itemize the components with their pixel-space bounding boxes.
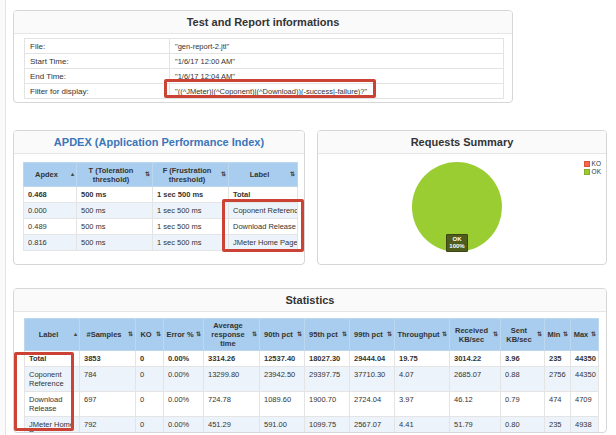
stats-column-header[interactable]: Min⇅ <box>545 319 571 351</box>
info-row-value: "((^JMeter)|(^Coponent)|(^Download))(-su… <box>170 84 504 99</box>
stats-cell: 235 <box>545 417 571 434</box>
stats-cell: 46.12 <box>450 392 501 417</box>
stats-cell: Download Release <box>25 392 80 417</box>
stats-cell: JMeter Home Page <box>25 417 80 434</box>
apdex-column-label: T (Toleration threshold) <box>89 166 134 184</box>
apdex-cell: 1 sec 500 ms <box>153 219 229 235</box>
stats-cell: 13299.80 <box>204 367 260 392</box>
test-info-panel-heading: Test and Report informations <box>14 11 512 34</box>
apdex-column-header[interactable]: Apdex▴ <box>24 163 77 187</box>
stats-cell: 23942.50 <box>260 367 305 392</box>
legend-label: KO <box>592 160 601 167</box>
stats-cell: 51.79 <box>450 417 501 434</box>
info-row: Start Time:"1/6/17 12:00 AM" <box>25 54 504 69</box>
stats-column-header[interactable]: KO⇅ <box>136 319 164 351</box>
apdex-table: Apdex▴T (Toleration threshold)⇅F (Frustr… <box>23 162 298 251</box>
test-info-table: File:"gen-report-2.jtl"Start Time:"1/6/1… <box>24 38 504 99</box>
test-info-title: Test and Report informations <box>187 16 340 28</box>
legend-swatch-ok <box>584 169 590 175</box>
stats-column-header[interactable]: 95th pct⇅ <box>305 319 350 351</box>
stats-cell: 44350 <box>571 367 599 392</box>
info-row-value: "1/6/17 12:00 AM" <box>170 54 504 69</box>
stats-column-label: 95th pct <box>309 330 338 339</box>
stats-row: Coponent Reference78400.00%13299.8023942… <box>25 367 599 392</box>
requests-summary-heading: Requests Summary <box>318 131 606 154</box>
apdex-cell: 500 ms <box>77 219 153 235</box>
info-row-value: "gen-report-2.jtl" <box>170 39 504 54</box>
apdex-column-header[interactable]: T (Toleration threshold)⇅ <box>77 163 153 187</box>
pie-label-line2: 100% <box>447 243 467 250</box>
stats-cell: 784 <box>80 367 136 392</box>
stats-column-label: Sent KB/sec <box>506 326 531 344</box>
stats-column-header[interactable]: Throughput⇅ <box>395 319 450 351</box>
apdex-cell: Coponent Reference <box>229 203 298 219</box>
stats-cell: 0.00% <box>164 417 204 434</box>
sort-both-icon: ⇅ <box>221 171 226 178</box>
stats-column-label: Min <box>548 330 561 339</box>
apdex-cell: Total <box>229 187 298 203</box>
stats-cell: 3853 <box>80 351 136 367</box>
legend-label: OK <box>592 168 601 175</box>
stats-column-header[interactable]: Received KB/sec⇅ <box>450 319 501 351</box>
stats-cell: 18027.30 <box>305 351 350 367</box>
stats-cell: 29444.04 <box>350 351 395 367</box>
stats-cell: 724.78 <box>204 392 260 417</box>
statistics-header-row: Label▴#Samples⇅KO⇅Error %⇅Average respon… <box>25 319 599 351</box>
sort-both-icon: ⇅ <box>297 331 302 338</box>
apdex-cell: JMeter Home Page <box>229 235 298 251</box>
stats-cell: 0 <box>136 351 164 367</box>
sort-both-icon: ⇅ <box>145 171 150 178</box>
stats-column-header[interactable]: 90th pct⇅ <box>260 319 305 351</box>
test-report-info-panel: Test and Report informations File:"gen-r… <box>13 10 513 103</box>
sort-both-icon: ⇅ <box>156 331 161 338</box>
stats-cell: 3.97 <box>395 392 450 417</box>
sort-both-icon: ⇅ <box>128 331 133 338</box>
sort-both-icon: ⇅ <box>196 331 201 338</box>
stats-cell: 29397.75 <box>305 367 350 392</box>
legend-item-ok[interactable]: OK <box>584 168 601 175</box>
apdex-row: 0.489500 ms1 sec 500 msDownload Release <box>24 219 298 235</box>
statistics-panel-heading: Statistics <box>14 289 606 312</box>
stats-cell: 474 <box>545 392 571 417</box>
apdex-column-header[interactable]: F (Frustration threshold)⇅ <box>153 163 229 187</box>
stats-cell: 3314.26 <box>204 351 260 367</box>
stats-cell: 591.00 <box>260 417 305 434</box>
apdex-cell: 0.468 <box>24 187 77 203</box>
stats-column-header[interactable]: Average response time⇅ <box>204 319 260 351</box>
stats-cell: 4709 <box>571 392 599 417</box>
stats-column-header[interactable]: Sent KB/sec⇅ <box>501 319 545 351</box>
stats-cell: 0.79 <box>501 392 545 417</box>
stats-column-label: #Samples <box>86 330 121 339</box>
pie-label-line1: OK <box>447 236 467 243</box>
pie-slice-label: OK 100% <box>446 234 468 252</box>
apdex-cell: 1 sec 500 ms <box>153 235 229 251</box>
apdex-column-header[interactable]: Label⇅ <box>229 163 298 187</box>
stats-column-header[interactable]: #Samples⇅ <box>80 319 136 351</box>
apdex-column-label: F (Frustration threshold) <box>163 166 212 184</box>
statistics-panel: Statistics Label▴#Samples⇅KO⇅Error %⇅Ave… <box>13 288 607 433</box>
stats-cell: 697 <box>80 392 136 417</box>
jmeter-dashboard-page: Test and Report informations File:"gen-r… <box>0 0 616 435</box>
stats-cell: 2685.07 <box>450 367 501 392</box>
stats-cell: 0 <box>136 417 164 434</box>
stats-cell: 44350 <box>571 351 599 367</box>
apdex-header-row: Apdex▴T (Toleration threshold)⇅F (Frustr… <box>24 163 298 187</box>
requests-summary-panel: Requests Summary OK 100% KOOK <box>317 130 607 265</box>
stats-column-label: Label <box>39 330 59 339</box>
stats-row: Download Release69700.00%724.781089.6019… <box>25 392 599 417</box>
sort-both-icon: ⇅ <box>442 331 447 338</box>
sort-both-icon: ⇅ <box>563 331 568 338</box>
sort-both-icon: ⇅ <box>537 331 542 338</box>
legend-item-ko[interactable]: KO <box>584 160 601 167</box>
stats-column-header[interactable]: 99th pct⇅ <box>350 319 395 351</box>
info-row-value: "1/6/17 12:04 AM" <box>170 69 504 84</box>
stats-cell: 4938 <box>571 417 599 434</box>
stats-cell: Total <box>25 351 80 367</box>
apdex-row: 0.816500 ms1 sec 500 msJMeter Home Page <box>24 235 298 251</box>
info-row-label: End Time: <box>25 69 170 84</box>
stats-cell: 4.41 <box>395 417 450 434</box>
stats-column-header[interactable]: Error %⇅ <box>164 319 204 351</box>
stats-cell: 2567.07 <box>350 417 395 434</box>
stats-column-header[interactable]: Max⇅ <box>571 319 599 351</box>
stats-column-header[interactable]: Label▴ <box>25 319 80 351</box>
